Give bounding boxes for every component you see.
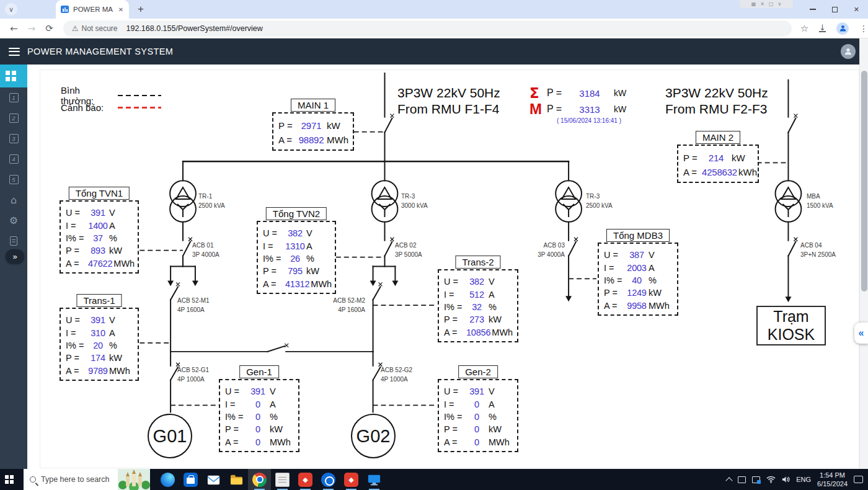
red-app-icon: ◆ xyxy=(344,473,358,487)
tray-display-icon[interactable] xyxy=(752,476,760,483)
taskbar-search[interactable]: Type here to search xyxy=(24,469,150,490)
dashboard-icon xyxy=(6,71,10,75)
taskbar-apps: ◆ ◆ xyxy=(156,469,386,490)
browser-toolbar: ← → ⟳ ⚠ Not secure 192.168.0.155/PowerSy… xyxy=(0,19,868,38)
search-placeholder: Type here to search xyxy=(41,475,109,484)
url-text: 192.168.0.155/PowerSystem#/overview xyxy=(126,24,263,33)
bookmark-star-icon[interactable]: ☆ xyxy=(800,23,808,34)
taskbar-app-notepad[interactable] xyxy=(271,469,294,490)
equip-label-acb-52-m1: ACB 52-M14P 1600A xyxy=(177,296,210,314)
system-tray: ENG 1:54 PM 6/15/2024 xyxy=(727,471,868,489)
time-text: 1:54 PM xyxy=(820,471,845,479)
page-1-icon: 1 xyxy=(9,93,19,102)
home-icon: ⌂ xyxy=(11,195,17,205)
new-tab-button[interactable]: + xyxy=(134,2,148,16)
taskbar-app-scada-2[interactable]: ◆ xyxy=(340,469,363,490)
app-title: POWER MANAGEMENT SYSTEM xyxy=(27,47,173,56)
double-chevron-left-icon: « xyxy=(859,327,864,339)
window-close-button[interactable]: ✕ xyxy=(854,6,859,14)
document-icon xyxy=(10,236,17,246)
folder-icon xyxy=(229,473,244,487)
back-button[interactable]: ← xyxy=(10,23,18,34)
taskbar-app-edge[interactable] xyxy=(156,469,179,490)
remote-caret-icon[interactable]: ∨ xyxy=(777,1,781,7)
monitor-icon xyxy=(367,473,381,487)
generator-g01: G01 xyxy=(148,414,192,458)
scrollbar-thumb[interactable] xyxy=(861,71,867,292)
refresh-button[interactable]: ⟳ xyxy=(45,23,53,34)
sidebar-item-dashboard[interactable] xyxy=(0,65,27,87)
tab-close-icon[interactable]: ✕ xyxy=(117,5,125,14)
sidebar-item-page-5[interactable]: 5 xyxy=(0,169,27,190)
tray-expand-icon[interactable] xyxy=(726,477,733,484)
sidebar-item-page-3[interactable]: 3 xyxy=(0,128,27,149)
equip-label-acb-02: ACB 023P 5000A xyxy=(395,241,422,259)
taskbar-app-explorer[interactable] xyxy=(225,469,248,490)
equip-label-acb-52-g1: ACB 52-G14P 1000A xyxy=(177,365,209,384)
sidebar-expand-button[interactable]: » xyxy=(6,249,24,264)
side-panel-toggle[interactable]: « xyxy=(854,323,868,344)
sidebar: 1 2 3 4 5 ⌂ ⚙ » xyxy=(0,65,27,469)
not-secure-chip[interactable]: ⚠ Not secure xyxy=(72,24,123,33)
temple-illustration xyxy=(118,469,150,490)
remote-grid-icon[interactable]: ▦ xyxy=(751,1,756,7)
window-controls: ✕ xyxy=(810,0,864,19)
profile-avatar[interactable] xyxy=(836,22,849,35)
page-scrollbar[interactable] xyxy=(859,38,868,469)
generator-g02: G02 xyxy=(351,414,396,458)
language-indicator[interactable]: ENG xyxy=(796,476,811,483)
remote-close-icon[interactable]: ✕ xyxy=(760,1,764,7)
taskbar-app-chrome[interactable] xyxy=(248,469,271,490)
taskbar-app-mail[interactable] xyxy=(202,469,225,490)
window-minimize-button[interactable] xyxy=(810,9,816,9)
kiosk-station-box: TrạmKIOSK xyxy=(756,306,826,345)
page-5-icon: 5 xyxy=(9,175,19,184)
taskbar-app-scada-1[interactable]: ◆ xyxy=(294,469,317,490)
window-maximize-button[interactable] xyxy=(832,7,838,12)
equip-label-acb-52-m2: ACB 52-M24P 1600A xyxy=(327,296,365,314)
sidebar-item-settings[interactable]: ⚙ xyxy=(0,210,27,231)
equipment-labels-layer: TR-12500 kVATR-33000 kVATR-32500 kVAMBA1… xyxy=(40,70,859,468)
edge-icon xyxy=(161,473,175,487)
taskbar-app-remote-desktop[interactable] xyxy=(363,469,386,490)
notification-center-icon[interactable] xyxy=(854,476,863,483)
search-promo-image[interactable] xyxy=(118,469,150,490)
hamburger-menu-icon[interactable] xyxy=(9,48,20,56)
sidebar-item-page-2[interactable]: 2 xyxy=(0,108,27,128)
equip-label-tr-1: TR-12500 kVA xyxy=(198,192,225,210)
sidebar-item-page-1[interactable]: 1 xyxy=(0,87,27,108)
start-button[interactable] xyxy=(0,469,24,490)
toolbar-actions: ☆ ↓ ⋮ xyxy=(800,22,868,35)
user-avatar[interactable] xyxy=(841,44,856,59)
speaker-icon[interactable] xyxy=(782,476,790,483)
tab-favicon xyxy=(61,5,69,14)
download-icon[interactable]: ↓ xyxy=(819,24,826,32)
equip-label-acb-03: ACB 033P 4000A xyxy=(528,241,565,259)
tray-app-icon[interactable] xyxy=(738,476,746,483)
address-bar[interactable]: ⚠ Not secure 192.168.0.155/PowerSystem#/… xyxy=(63,20,792,37)
sidebar-item-page-4[interactable]: 4 xyxy=(0,149,27,169)
browser-menu-icon[interactable]: ⋮ xyxy=(859,24,868,33)
taskbar-app-browser-blue[interactable] xyxy=(317,469,340,490)
page-4-icon: 4 xyxy=(9,154,19,164)
clock[interactable]: 1:54 PM 6/15/2024 xyxy=(817,471,848,489)
equip-label-acb-01: ACB 013P 4000A xyxy=(192,241,219,259)
browser-tab[interactable]: POWER MANAGEMENT SYSTEM ✕ xyxy=(56,0,129,19)
sidebar-item-reports[interactable] xyxy=(0,231,27,251)
single-line-diagram-canvas: Bình thường: Cảnh báo: 3P3W 22kV 50HzFro… xyxy=(40,69,859,468)
sidebar-item-home[interactable]: ⌂ xyxy=(0,190,27,210)
person-icon xyxy=(844,47,852,56)
wifi-icon[interactable] xyxy=(766,476,776,483)
gear-icon: ⚙ xyxy=(9,216,18,226)
notepad-icon xyxy=(275,473,290,487)
equip-label-acb-04: ACB 043P+N 2500A xyxy=(800,241,836,259)
forward-button[interactable]: → xyxy=(28,23,36,34)
tab-search-chevron-icon[interactable]: ∨ xyxy=(5,3,17,16)
page-3-icon: 3 xyxy=(9,134,19,143)
date-text: 6/15/2024 xyxy=(817,480,848,488)
remote-session-toolbar[interactable]: ▦ ✕ □ ∨ xyxy=(740,0,793,8)
chevron-down-icon: ∨ xyxy=(9,6,14,14)
taskbar-app-store[interactable] xyxy=(179,469,202,490)
remote-monitor-icon[interactable]: □ xyxy=(769,1,774,7)
mail-icon xyxy=(206,473,221,487)
